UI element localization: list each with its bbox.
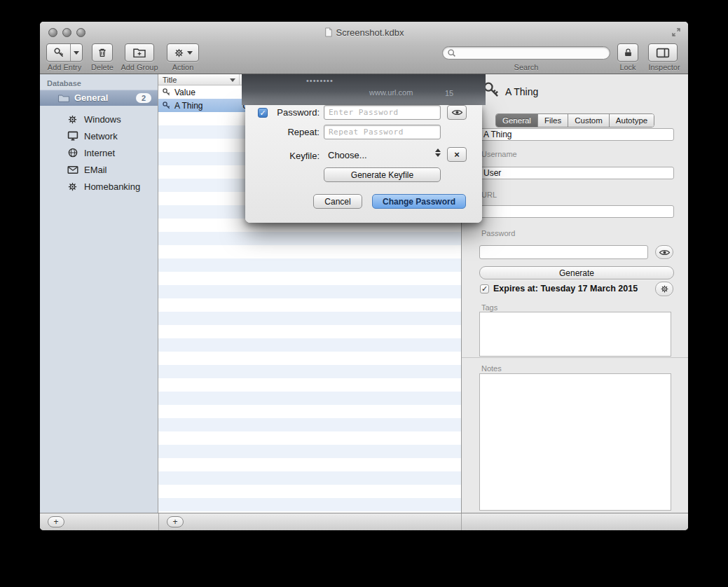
list-row-empty[interactable] — [158, 232, 461, 245]
generate-keyfile-button[interactable]: Generate Keyfile — [324, 167, 441, 182]
window-title: Screenshot.kdbx — [40, 26, 688, 39]
list-row-empty[interactable] — [158, 445, 461, 458]
list-row-empty[interactable] — [158, 312, 461, 325]
reveal-password-button[interactable] — [655, 245, 673, 259]
sidebar-item-label: EMail — [84, 165, 107, 175]
popup-stepper-icon[interactable] — [435, 149, 441, 157]
search-field[interactable] — [442, 46, 610, 60]
add-entry-label: Add Entry — [48, 63, 81, 71]
notes-input[interactable] — [479, 373, 671, 511]
add-entry-plus-button[interactable]: + — [167, 516, 184, 527]
add-group-button[interactable] — [125, 43, 154, 62]
url-field[interactable] — [479, 205, 674, 218]
obscured-url-cell: www.url.com — [369, 88, 413, 97]
username-field[interactable] — [479, 167, 674, 179]
list-row-empty[interactable] — [158, 285, 461, 298]
list-row-empty[interactable] — [158, 471, 461, 485]
password-label: Password — [481, 229, 515, 237]
obscured-password-cell: •••••••• — [306, 76, 334, 85]
globe-icon — [67, 147, 78, 159]
change-password-label: Change Password — [383, 197, 455, 207]
action-button[interactable] — [167, 43, 199, 62]
inspector-entry-title: A Thing — [505, 86, 538, 97]
list-row-empty[interactable] — [158, 498, 461, 511]
sidebar-item-homebanking[interactable]: Homebanking — [40, 178, 158, 195]
password-enable-checkbox[interactable]: ✓ — [258, 108, 268, 118]
column-divider[interactable] — [239, 74, 240, 85]
sidebar-item-network[interactable]: Network — [40, 127, 158, 144]
tab-files[interactable]: Files — [538, 114, 568, 127]
sidebar-item-windows[interactable]: Windows — [40, 111, 158, 127]
fullscreen-icon[interactable] — [671, 27, 681, 37]
sheet-reveal-password-button[interactable] — [447, 105, 467, 120]
panes-icon — [656, 48, 670, 58]
generate-password-button[interactable]: Generate — [479, 266, 674, 279]
monitor-icon — [67, 130, 78, 142]
tab-custom[interactable]: Custom — [568, 114, 610, 127]
sidebar-item-label: General — [74, 92, 108, 103]
cancel-button[interactable]: Cancel — [313, 194, 362, 209]
password-field[interactable] — [479, 245, 648, 259]
column-header-title[interactable]: Title — [163, 76, 177, 84]
sidebar-item-internet[interactable]: Internet — [40, 144, 158, 161]
section-divider — [462, 357, 688, 358]
document-icon — [324, 27, 333, 37]
lock-button[interactable] — [617, 43, 638, 62]
expires-settings-button[interactable] — [655, 282, 673, 296]
sidebar-item-email[interactable]: EMail — [40, 161, 158, 178]
obscured-modified-cell: 15 — [445, 89, 453, 97]
list-row-empty[interactable] — [158, 378, 461, 392]
tags-label: Tags — [481, 303, 497, 312]
entry-count-badge: 2 — [136, 93, 151, 103]
sidebar-item-label: Network — [84, 131, 118, 141]
list-row-empty[interactable] — [158, 245, 461, 258]
list-row-empty[interactable] — [158, 325, 461, 338]
inspector-button[interactable] — [648, 43, 678, 62]
bottom-bar: + + — [40, 513, 688, 530]
list-row-empty[interactable] — [158, 405, 461, 418]
clear-keyfile-button[interactable]: × — [447, 147, 467, 162]
eye-icon — [451, 109, 463, 116]
key-icon — [162, 88, 171, 97]
add-entry-button[interactable] — [46, 43, 83, 62]
magnifier-icon — [447, 48, 456, 57]
keyfile-popup[interactable]: Choose... — [328, 150, 367, 160]
plus-icon: + — [53, 517, 58, 527]
close-icon: × — [454, 149, 460, 160]
tags-input[interactable] — [479, 312, 671, 357]
list-row-empty[interactable] — [158, 485, 461, 498]
expires-label: Expires at: Tuesday 17 March 2015 — [493, 284, 638, 294]
generate-button-label: Generate — [559, 268, 594, 278]
sidebar-item-label: Windows — [84, 114, 121, 125]
tab-autotype[interactable]: Autotype — [610, 114, 654, 127]
search-input[interactable] — [459, 48, 605, 59]
add-group-label: Add Group — [121, 63, 158, 71]
notes-label: Notes — [481, 364, 502, 373]
lock-label: Lock — [619, 63, 636, 71]
list-row-empty[interactable] — [158, 298, 461, 312]
tab-general[interactable]: General — [496, 114, 538, 127]
list-row-empty[interactable] — [158, 365, 461, 378]
gear-icon — [67, 113, 78, 125]
list-row-empty[interactable] — [158, 458, 461, 471]
plus-icon: + — [172, 517, 177, 527]
change-password-button[interactable]: Change Password — [372, 194, 466, 209]
list-row-empty[interactable] — [158, 272, 461, 285]
key-icon — [162, 101, 171, 110]
sidebar-item-general[interactable]: General 2 — [40, 90, 158, 106]
list-row-empty[interactable] — [158, 258, 461, 272]
sheet-password-label: Password: — [269, 107, 320, 118]
list-row-empty[interactable] — [158, 418, 461, 431]
expires-checkbox[interactable]: ✓ — [480, 284, 489, 294]
list-row-empty[interactable] — [158, 392, 461, 405]
inspector-panel: A Thing General Files Custom Autotype Us… — [461, 74, 688, 513]
title-field[interactable] — [479, 128, 674, 141]
list-row-empty[interactable] — [158, 352, 461, 365]
sheet-repeat-input[interactable] — [324, 125, 441, 139]
add-group-plus-button[interactable]: + — [48, 516, 64, 527]
list-row-empty[interactable] — [158, 431, 461, 445]
list-row-empty[interactable] — [158, 338, 461, 352]
inspector-label: Inspector — [648, 63, 680, 71]
sheet-password-input[interactable] — [324, 105, 441, 120]
delete-button[interactable] — [92, 43, 113, 62]
